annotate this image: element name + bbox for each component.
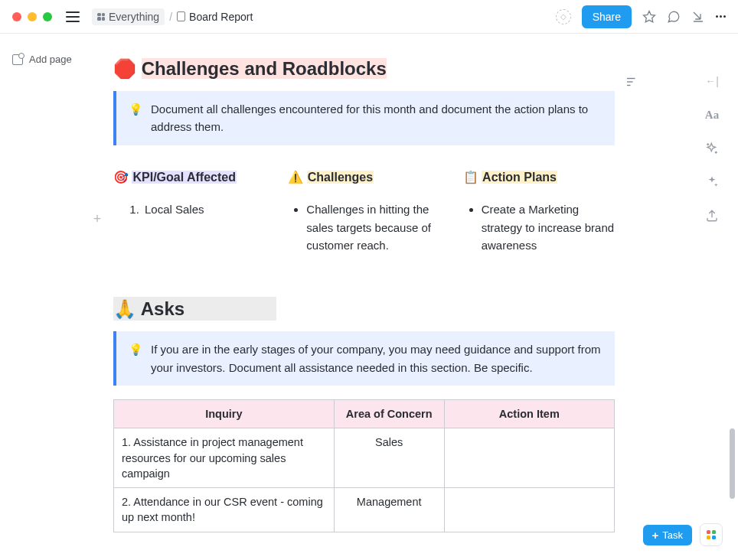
typography-button[interactable]: Aa — [704, 107, 720, 122]
challenges-col-emoji: ⚠️ — [288, 171, 303, 184]
challenges-column-label: Challenges — [307, 171, 374, 184]
scrollbar-thumb[interactable] — [730, 428, 735, 499]
asks-callout[interactable]: 💡 If you are in the early stages of your… — [113, 331, 615, 386]
add-block-button[interactable]: + — [90, 213, 104, 226]
table-cell-area[interactable]: Management — [334, 488, 444, 532]
list-item[interactable]: Challenges in hitting the sales targets … — [306, 200, 439, 254]
menu-icon[interactable] — [66, 11, 80, 22]
kpi-column-label: KPI/Goal Affected — [132, 171, 237, 184]
ai-stars-button[interactable] — [704, 174, 720, 190]
tag-inner-icon: ◇ — [560, 12, 567, 21]
asks-emoji: 🙏 — [113, 298, 136, 319]
challenges-list[interactable]: Challenges in hitting the sales targets … — [288, 200, 439, 254]
doc-icon — [177, 11, 185, 21]
bulb-icon: 💡 — [129, 340, 143, 376]
collapse-rail-button[interactable]: ←| — [704, 73, 720, 89]
challenges-emoji: 🛑 — [113, 58, 136, 79]
table-row[interactable]: 2. Attendance in our CSR event - coming … — [114, 488, 615, 532]
export-button[interactable] — [704, 208, 720, 223]
maximize-window-button[interactable] — [43, 12, 52, 21]
plus-icon: + — [652, 529, 659, 541]
breadcrumb-root[interactable]: Everything — [92, 8, 165, 25]
list-item[interactable]: Local Sales — [142, 200, 265, 218]
stars-icon — [705, 175, 719, 189]
kpi-column[interactable]: 🎯 KPI/Goal Affected Local Sales — [113, 168, 265, 255]
asks-table[interactable]: Inquiry Area of Concern Action Item 1. A… — [113, 399, 615, 532]
window-traffic-lights[interactable] — [12, 12, 52, 21]
export-icon — [705, 209, 719, 223]
task-button-label: Task — [662, 529, 683, 541]
action-plans-list[interactable]: Create a Marketing strategy to increase … — [463, 200, 615, 254]
challenges-column[interactable]: ⚠️ Challenges Challenges in hitting the … — [288, 168, 439, 255]
asks-callout-text: If you are in the early stages of your c… — [151, 340, 602, 376]
breadcrumb-current-label: Board Report — [189, 11, 253, 23]
challenges-callout[interactable]: 💡 Document all challenges encountered fo… — [113, 91, 615, 145]
breadcrumb-current[interactable]: Board Report — [177, 11, 253, 23]
challenges-callout-text: Document all challenges encountered for … — [151, 100, 602, 136]
right-tool-rail: ←| Aa — [704, 73, 720, 223]
breadcrumb: Everything / Board Report — [92, 8, 253, 25]
comments-button[interactable] — [667, 10, 681, 24]
table-cell-inquiry[interactable]: 1. Assistance in project management reso… — [114, 428, 335, 488]
action-emoji: 📋 — [463, 171, 478, 184]
table-header-inquiry[interactable]: Inquiry — [114, 399, 335, 428]
comment-icon — [667, 10, 681, 24]
star-icon — [642, 10, 656, 24]
download-icon — [691, 10, 705, 24]
table-cell-inquiry[interactable]: 2. Attendance in our CSR event - coming … — [114, 488, 335, 532]
scrollbar[interactable] — [729, 34, 735, 560]
apps-button[interactable] — [700, 523, 723, 546]
challenges-columns: + 🎯 KPI/Goal Affected Local Sales ⚠️ Cha… — [113, 168, 615, 255]
everything-icon — [97, 13, 105, 21]
table-cell-action[interactable] — [444, 488, 614, 532]
table-header-area[interactable]: Area of Concern — [334, 399, 444, 428]
minimize-window-button[interactable] — [28, 12, 37, 21]
tag-icon[interactable]: ◇ — [556, 9, 571, 24]
table-cell-action[interactable] — [444, 428, 614, 488]
favorite-button[interactable] — [642, 10, 656, 24]
outline-icon — [625, 75, 638, 89]
asks-heading[interactable]: 🙏 Asks — [113, 297, 276, 321]
challenges-heading[interactable]: 🛑 Challenges and Roadblocks — [113, 57, 387, 80]
document-body[interactable]: 🛑 Challenges and Roadblocks 💡 Document a… — [0, 34, 738, 560]
list-item[interactable]: Create a Marketing strategy to increase … — [482, 200, 615, 254]
sparkle-icon — [705, 142, 719, 155]
kpi-list[interactable]: Local Sales — [113, 200, 265, 218]
dots-icon — [716, 15, 726, 18]
kpi-emoji: 🎯 — [113, 171, 129, 184]
ai-button[interactable] — [704, 141, 720, 156]
asks-title: Asks — [141, 298, 184, 319]
close-window-button[interactable] — [12, 12, 21, 21]
svg-marker-0 — [644, 11, 655, 21]
new-task-button[interactable]: + Task — [643, 525, 693, 545]
more-options-button[interactable] — [716, 15, 726, 18]
breadcrumb-separator: / — [169, 11, 172, 23]
action-plans-column[interactable]: 📋 Action Plans Create a Marketing strate… — [463, 168, 615, 255]
challenges-title: Challenges and Roadblocks — [142, 58, 387, 79]
bulb-icon: 💡 — [129, 100, 143, 136]
breadcrumb-root-label: Everything — [109, 11, 159, 23]
action-plans-column-label: Action Plans — [482, 171, 557, 184]
table-cell-area[interactable]: Sales — [334, 428, 444, 488]
apps-icon — [707, 530, 716, 539]
table-row[interactable]: 1. Assistance in project management reso… — [114, 428, 615, 488]
table-header-action[interactable]: Action Item — [444, 399, 614, 428]
outline-toggle[interactable] — [625, 75, 638, 92]
share-button[interactable]: Share — [582, 5, 632, 28]
download-button[interactable] — [691, 10, 705, 24]
